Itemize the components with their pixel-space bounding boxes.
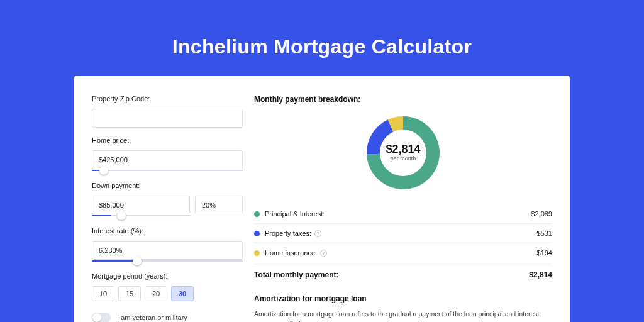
period-options: 10152030 [92,286,243,301]
slider-thumb[interactable] [117,211,126,220]
legend-label: Principal & Interest: [265,210,531,218]
home-price-field: Home price: [92,136,243,173]
interest-field: Interest rate (%): [92,227,243,264]
slider-fill [92,215,111,216]
legend-value: $194 [537,249,552,257]
home-price-slider[interactable] [92,168,243,173]
veteran-row: I am veteran or military [92,313,243,322]
down-payment-amount-input[interactable] [92,196,190,214]
legend-value: $531 [537,230,552,237]
interest-slider[interactable] [92,258,243,264]
interest-label: Interest rate (%): [92,227,243,235]
total-label: Total monthly payment: [254,270,529,279]
slider-thumb[interactable] [133,257,142,265]
legend-dot [254,211,260,217]
legend: Principal & Interest:$2,089Property taxe… [254,204,552,262]
period-label: Mortgage period (years): [92,272,243,280]
legend-label: Home insurance:? [265,249,537,257]
legend-dot [254,231,260,236]
period-field: Mortgage period (years): 10152030 [92,272,243,301]
down-payment-field: Down payment: [92,182,243,218]
legend-row: Property taxes:?$531 [254,224,552,243]
breakdown-column: Monthly payment breakdown: $2,814 per mo… [254,95,552,322]
amortization-section: Amortization for mortgage loan Amortizat… [254,294,552,322]
legend-label-text: Home insurance: [265,249,317,257]
toggle-knob [92,313,101,322]
veteran-label: I am veteran or military [117,314,187,321]
legend-value: $2,089 [531,210,552,218]
slider-fill [92,260,137,262]
amortization-text: Amortization for a mortgage loan refers … [254,309,552,322]
total-value: $2,814 [529,270,552,279]
donut-chart: $2,814 per month [254,111,552,201]
amortization-title: Amortization for mortgage loan [254,294,552,303]
period-option-30[interactable]: 30 [171,286,194,301]
home-price-input[interactable] [92,150,243,169]
down-payment-slider[interactable] [92,213,190,218]
donut-center-amount: $2,814 [386,143,420,155]
info-icon[interactable]: ? [314,230,321,237]
legend-label-text: Property taxes: [265,230,311,237]
interest-input[interactable] [92,241,243,260]
zip-input[interactable] [92,109,243,128]
calculator-card: Property Zip Code: Home price: Down paym… [74,76,570,322]
legend-row: Home insurance:?$194 [254,243,552,262]
legend-label: Property taxes:? [265,230,537,237]
page-title: Inchelium Mortgage Calculator [172,35,472,58]
slider-line [92,170,243,171]
veteran-toggle[interactable] [92,313,111,322]
down-payment-label: Down payment: [92,182,243,189]
breakdown-title: Monthly payment breakdown: [254,95,552,104]
zip-label: Property Zip Code: [92,95,243,103]
period-option-10[interactable]: 10 [92,286,114,301]
donut-center-sub: per month [391,155,416,162]
period-option-15[interactable]: 15 [118,286,141,301]
slider-thumb[interactable] [99,166,108,175]
info-icon[interactable]: ? [320,250,327,257]
legend-row: Principal & Interest:$2,089 [254,204,552,224]
legend-dot [254,250,260,256]
legend-label-text: Principal & Interest: [265,210,325,218]
donut-svg: $2,814 per month [363,113,443,193]
zip-field: Property Zip Code: [92,95,243,128]
home-price-label: Home price: [92,136,243,144]
inputs-column: Property Zip Code: Home price: Down paym… [92,95,243,322]
period-option-20[interactable]: 20 [145,286,167,301]
down-payment-percent-input[interactable] [195,196,243,214]
total-row: Total monthly payment: $2,814 [254,264,552,287]
